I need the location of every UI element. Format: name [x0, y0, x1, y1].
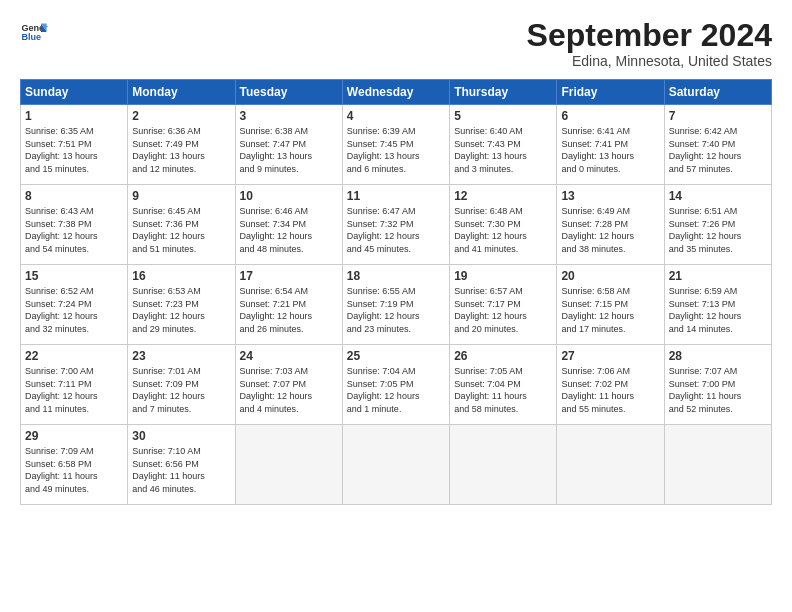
calendar-cell: [235, 425, 342, 505]
day-info: Sunrise: 6:51 AM Sunset: 7:26 PM Dayligh…: [669, 205, 767, 255]
day-info: Sunrise: 6:36 AM Sunset: 7:49 PM Dayligh…: [132, 125, 230, 175]
calendar-cell: 15Sunrise: 6:52 AM Sunset: 7:24 PM Dayli…: [21, 265, 128, 345]
calendar-cell: [557, 425, 664, 505]
day-number: 17: [240, 269, 338, 283]
day-info: Sunrise: 7:05 AM Sunset: 7:04 PM Dayligh…: [454, 365, 552, 415]
calendar-cell: 12Sunrise: 6:48 AM Sunset: 7:30 PM Dayli…: [450, 185, 557, 265]
calendar-cell: 29Sunrise: 7:09 AM Sunset: 6:58 PM Dayli…: [21, 425, 128, 505]
weekday-header-sunday: Sunday: [21, 80, 128, 105]
day-number: 24: [240, 349, 338, 363]
day-number: 16: [132, 269, 230, 283]
weekday-header-thursday: Thursday: [450, 80, 557, 105]
calendar-cell: 21Sunrise: 6:59 AM Sunset: 7:13 PM Dayli…: [664, 265, 771, 345]
calendar-cell: 24Sunrise: 7:03 AM Sunset: 7:07 PM Dayli…: [235, 345, 342, 425]
day-number: 3: [240, 109, 338, 123]
calendar-week-1: 8Sunrise: 6:43 AM Sunset: 7:38 PM Daylig…: [21, 185, 772, 265]
day-info: Sunrise: 6:39 AM Sunset: 7:45 PM Dayligh…: [347, 125, 445, 175]
weekday-header-row: SundayMondayTuesdayWednesdayThursdayFrid…: [21, 80, 772, 105]
calendar-cell: [450, 425, 557, 505]
day-info: Sunrise: 6:41 AM Sunset: 7:41 PM Dayligh…: [561, 125, 659, 175]
calendar-cell: 1Sunrise: 6:35 AM Sunset: 7:51 PM Daylig…: [21, 105, 128, 185]
day-info: Sunrise: 7:03 AM Sunset: 7:07 PM Dayligh…: [240, 365, 338, 415]
day-info: Sunrise: 7:09 AM Sunset: 6:58 PM Dayligh…: [25, 445, 123, 495]
calendar-cell: 28Sunrise: 7:07 AM Sunset: 7:00 PM Dayli…: [664, 345, 771, 425]
month-title: September 2024: [527, 18, 772, 53]
day-number: 10: [240, 189, 338, 203]
day-number: 12: [454, 189, 552, 203]
logo: General Blue: [20, 18, 48, 46]
day-number: 7: [669, 109, 767, 123]
weekday-header-friday: Friday: [557, 80, 664, 105]
day-number: 21: [669, 269, 767, 283]
day-number: 4: [347, 109, 445, 123]
day-number: 23: [132, 349, 230, 363]
day-info: Sunrise: 6:52 AM Sunset: 7:24 PM Dayligh…: [25, 285, 123, 335]
day-info: Sunrise: 7:07 AM Sunset: 7:00 PM Dayligh…: [669, 365, 767, 415]
calendar-cell: 9Sunrise: 6:45 AM Sunset: 7:36 PM Daylig…: [128, 185, 235, 265]
header: General Blue September 2024 Edina, Minne…: [20, 18, 772, 69]
calendar-cell: 17Sunrise: 6:54 AM Sunset: 7:21 PM Dayli…: [235, 265, 342, 345]
calendar-table: SundayMondayTuesdayWednesdayThursdayFrid…: [20, 79, 772, 505]
day-number: 5: [454, 109, 552, 123]
day-info: Sunrise: 6:58 AM Sunset: 7:15 PM Dayligh…: [561, 285, 659, 335]
weekday-header-wednesday: Wednesday: [342, 80, 449, 105]
calendar-week-2: 15Sunrise: 6:52 AM Sunset: 7:24 PM Dayli…: [21, 265, 772, 345]
calendar-cell: [342, 425, 449, 505]
calendar-cell: 25Sunrise: 7:04 AM Sunset: 7:05 PM Dayli…: [342, 345, 449, 425]
calendar-cell: 16Sunrise: 6:53 AM Sunset: 7:23 PM Dayli…: [128, 265, 235, 345]
logo-icon: General Blue: [20, 18, 48, 46]
day-info: Sunrise: 6:54 AM Sunset: 7:21 PM Dayligh…: [240, 285, 338, 335]
day-info: Sunrise: 7:06 AM Sunset: 7:02 PM Dayligh…: [561, 365, 659, 415]
day-number: 27: [561, 349, 659, 363]
day-info: Sunrise: 6:55 AM Sunset: 7:19 PM Dayligh…: [347, 285, 445, 335]
calendar-cell: 6Sunrise: 6:41 AM Sunset: 7:41 PM Daylig…: [557, 105, 664, 185]
calendar-cell: 22Sunrise: 7:00 AM Sunset: 7:11 PM Dayli…: [21, 345, 128, 425]
weekday-header-monday: Monday: [128, 80, 235, 105]
day-number: 20: [561, 269, 659, 283]
calendar-cell: [664, 425, 771, 505]
calendar-cell: 19Sunrise: 6:57 AM Sunset: 7:17 PM Dayli…: [450, 265, 557, 345]
day-info: Sunrise: 6:59 AM Sunset: 7:13 PM Dayligh…: [669, 285, 767, 335]
title-area: September 2024 Edina, Minnesota, United …: [527, 18, 772, 69]
day-info: Sunrise: 6:35 AM Sunset: 7:51 PM Dayligh…: [25, 125, 123, 175]
day-number: 2: [132, 109, 230, 123]
svg-text:Blue: Blue: [21, 32, 41, 42]
day-info: Sunrise: 7:10 AM Sunset: 6:56 PM Dayligh…: [132, 445, 230, 495]
calendar-cell: 5Sunrise: 6:40 AM Sunset: 7:43 PM Daylig…: [450, 105, 557, 185]
day-number: 19: [454, 269, 552, 283]
day-number: 9: [132, 189, 230, 203]
calendar-cell: 4Sunrise: 6:39 AM Sunset: 7:45 PM Daylig…: [342, 105, 449, 185]
calendar-cell: 3Sunrise: 6:38 AM Sunset: 7:47 PM Daylig…: [235, 105, 342, 185]
day-info: Sunrise: 6:40 AM Sunset: 7:43 PM Dayligh…: [454, 125, 552, 175]
day-info: Sunrise: 6:53 AM Sunset: 7:23 PM Dayligh…: [132, 285, 230, 335]
day-info: Sunrise: 6:45 AM Sunset: 7:36 PM Dayligh…: [132, 205, 230, 255]
calendar-cell: 20Sunrise: 6:58 AM Sunset: 7:15 PM Dayli…: [557, 265, 664, 345]
calendar-cell: 2Sunrise: 6:36 AM Sunset: 7:49 PM Daylig…: [128, 105, 235, 185]
calendar-cell: 11Sunrise: 6:47 AM Sunset: 7:32 PM Dayli…: [342, 185, 449, 265]
calendar-cell: 7Sunrise: 6:42 AM Sunset: 7:40 PM Daylig…: [664, 105, 771, 185]
day-number: 11: [347, 189, 445, 203]
day-info: Sunrise: 7:04 AM Sunset: 7:05 PM Dayligh…: [347, 365, 445, 415]
day-info: Sunrise: 6:43 AM Sunset: 7:38 PM Dayligh…: [25, 205, 123, 255]
day-number: 28: [669, 349, 767, 363]
page-container: General Blue September 2024 Edina, Minne…: [0, 0, 792, 515]
day-info: Sunrise: 6:47 AM Sunset: 7:32 PM Dayligh…: [347, 205, 445, 255]
calendar-cell: 18Sunrise: 6:55 AM Sunset: 7:19 PM Dayli…: [342, 265, 449, 345]
day-number: 29: [25, 429, 123, 443]
day-number: 8: [25, 189, 123, 203]
day-info: Sunrise: 6:57 AM Sunset: 7:17 PM Dayligh…: [454, 285, 552, 335]
calendar-cell: 26Sunrise: 7:05 AM Sunset: 7:04 PM Dayli…: [450, 345, 557, 425]
day-info: Sunrise: 6:48 AM Sunset: 7:30 PM Dayligh…: [454, 205, 552, 255]
day-number: 26: [454, 349, 552, 363]
day-info: Sunrise: 7:00 AM Sunset: 7:11 PM Dayligh…: [25, 365, 123, 415]
day-number: 14: [669, 189, 767, 203]
calendar-cell: 23Sunrise: 7:01 AM Sunset: 7:09 PM Dayli…: [128, 345, 235, 425]
day-number: 6: [561, 109, 659, 123]
calendar-cell: 27Sunrise: 7:06 AM Sunset: 7:02 PM Dayli…: [557, 345, 664, 425]
weekday-header-tuesday: Tuesday: [235, 80, 342, 105]
location-title: Edina, Minnesota, United States: [527, 53, 772, 69]
day-info: Sunrise: 6:49 AM Sunset: 7:28 PM Dayligh…: [561, 205, 659, 255]
calendar-cell: 8Sunrise: 6:43 AM Sunset: 7:38 PM Daylig…: [21, 185, 128, 265]
calendar-cell: 14Sunrise: 6:51 AM Sunset: 7:26 PM Dayli…: [664, 185, 771, 265]
day-info: Sunrise: 6:38 AM Sunset: 7:47 PM Dayligh…: [240, 125, 338, 175]
